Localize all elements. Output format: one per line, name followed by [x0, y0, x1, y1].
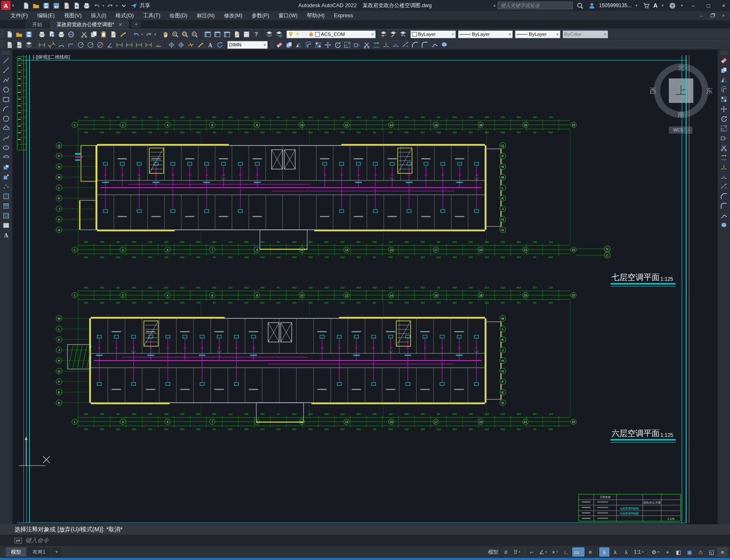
tab-drawing[interactable]: 某政府党政办公楼空调图*✕ [50, 20, 129, 29]
add-layout-button[interactable]: + [52, 547, 62, 557]
menu-10[interactable]: 参数(P) [247, 11, 274, 20]
help-caret-icon[interactable]: ▼ [680, 4, 684, 8]
status-annotation-visibility[interactable]: λ [599, 547, 609, 557]
app-logo[interactable]: A [1, 1, 11, 10]
array-icon[interactable] [313, 40, 323, 49]
copy-base-point-icon[interactable] [108, 30, 118, 39]
save-as-icon[interactable] [52, 1, 61, 10]
search-input[interactable] [498, 2, 573, 9]
qat-more-icon[interactable] [119, 1, 129, 10]
status-graphics-performance[interactable]: ◧ [673, 547, 684, 557]
search-collapse-icon[interactable]: ◂ [493, 3, 496, 8]
hatch-icon[interactable] [2, 191, 11, 201]
qnew-icon[interactable] [22, 1, 31, 10]
recent-commands-icon[interactable]: ▸▾ [14, 538, 22, 544]
dim-diameter-icon[interactable] [95, 40, 105, 49]
dim-aligned-icon[interactable] [47, 40, 56, 49]
plot-icon[interactable] [37, 30, 46, 39]
zoom-window-icon[interactable] [180, 30, 189, 39]
status-polar-tracking[interactable]: ∠▾ [538, 547, 550, 557]
ellipse-arc-icon[interactable] [2, 153, 11, 162]
dim-arc-length-icon[interactable] [57, 40, 66, 49]
blend-curves-icon[interactable] [719, 211, 729, 220]
array-icon[interactable] [719, 94, 729, 104]
user-icon[interactable] [587, 1, 596, 10]
color-dropdown[interactable]: ByLayer∨ [410, 30, 456, 38]
status-lineweight-display[interactable]: ≡ [585, 547, 595, 557]
close-button[interactable]: × [717, 0, 730, 11]
offset-icon[interactable] [304, 40, 313, 49]
center-mark-icon[interactable] [176, 40, 186, 49]
explode-icon[interactable] [719, 221, 729, 230]
table-icon[interactable] [2, 221, 11, 230]
move-icon[interactable] [719, 104, 729, 113]
layer-match-icon[interactable] [388, 30, 398, 39]
dim-jog-line-icon[interactable] [186, 40, 195, 49]
print-icon[interactable] [82, 1, 92, 10]
layout1-tab[interactable]: 布局1 [27, 547, 51, 557]
share-icon[interactable] [129, 1, 139, 10]
stretch-icon[interactable] [352, 40, 361, 49]
tab-start[interactable]: 开始 [25, 20, 49, 29]
fillet-icon[interactable] [420, 40, 429, 49]
layer-properties-icon[interactable] [264, 30, 274, 39]
doc-close-button[interactable]: × [718, 12, 728, 19]
move-icon[interactable] [323, 40, 332, 49]
rectangle-icon[interactable] [2, 94, 11, 104]
toolbar-grip[interactable] [271, 41, 273, 48]
rotate-icon[interactable] [333, 40, 342, 49]
dim-jogged-icon[interactable] [86, 40, 95, 49]
save-icon[interactable] [24, 30, 33, 39]
dim-space-icon[interactable] [144, 40, 153, 49]
menu-4[interactable]: 插入(I) [86, 11, 111, 20]
layer-freeze-vp-icon[interactable] [302, 31, 307, 38]
status-ortho-mode[interactable]: ⌐ [527, 547, 537, 557]
stretch-icon[interactable] [719, 133, 729, 143]
circle-icon[interactable] [2, 114, 11, 123]
status-model-space-toggle[interactable]: 模型 [486, 547, 500, 557]
extend-icon[interactable] [719, 153, 729, 162]
status-object-snap[interactable]: ∟ [561, 547, 571, 557]
plot-file-icon[interactable] [62, 1, 71, 10]
line-icon[interactable] [2, 56, 11, 65]
extend-icon[interactable] [372, 40, 381, 49]
trim-icon[interactable] [719, 143, 729, 152]
status-annotation-autoscale[interactable]: λ [610, 547, 620, 557]
menu-12[interactable]: 帮助(H) [302, 11, 329, 20]
share-label[interactable]: 共享 [140, 2, 150, 9]
status-isolate-objects-crosshair[interactable]: + [663, 547, 673, 557]
toolbar-grip[interactable] [1, 41, 3, 48]
command-input-row[interactable]: ▸▾ 键入命令 ⚙ [0, 535, 730, 546]
cut-clip-icon[interactable] [79, 30, 89, 39]
tolerance-icon[interactable] [167, 40, 176, 49]
status-dynamic-input[interactable]: ▭▾ [572, 547, 585, 557]
list-layers-icon[interactable] [24, 40, 33, 49]
chamfer-icon[interactable] [410, 40, 420, 49]
paste-clip-icon[interactable] [99, 30, 108, 39]
status-display-grid[interactable]: # [501, 547, 511, 557]
mirror-icon[interactable] [719, 75, 729, 84]
edit-properties-icon[interactable] [5, 40, 14, 49]
doc-restore-button[interactable] [707, 12, 717, 19]
dim-radius-icon[interactable] [76, 40, 85, 49]
status-annotation-monitor[interactable]: ⚠ [695, 547, 706, 557]
open-icon[interactable] [14, 30, 24, 39]
break-icon[interactable] [391, 40, 400, 49]
multiline-text-icon[interactable]: A [2, 230, 11, 240]
dim-break-icon[interactable] [154, 40, 163, 49]
join-icon[interactable] [719, 182, 729, 191]
menu-8[interactable]: 标注(N) [192, 11, 219, 20]
erase-icon[interactable] [719, 56, 729, 65]
publish-icon[interactable] [57, 30, 66, 39]
lineweight-dropdown[interactable]: ByLayer∨ [515, 30, 560, 38]
dim-ordinate-icon[interactable] [66, 40, 75, 49]
menu-9[interactable]: 修改(M) [219, 11, 247, 20]
region-icon[interactable] [2, 211, 11, 220]
scale-icon[interactable] [342, 40, 352, 49]
menu-1[interactable]: 文件(F) [6, 11, 32, 20]
plotstyle-dropdown[interactable]: ByColor∨ [563, 30, 608, 38]
help-icon[interactable]: ? [668, 1, 677, 10]
dim-text-edit-icon[interactable]: A [205, 40, 215, 49]
pan-icon[interactable] [161, 30, 170, 39]
open-icon[interactable] [32, 1, 41, 10]
